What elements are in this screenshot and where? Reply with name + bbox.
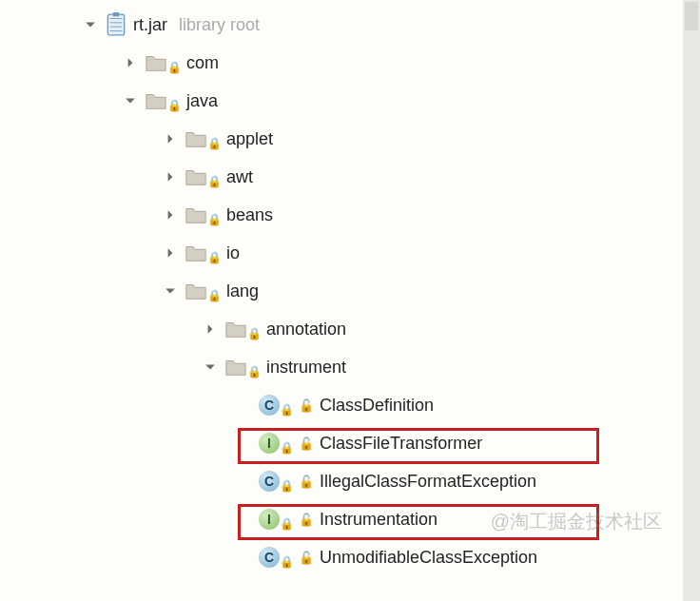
chevron-down-icon[interactable] bbox=[82, 16, 99, 33]
folder-icon bbox=[185, 204, 207, 226]
chevron-right-icon[interactable] bbox=[162, 244, 179, 262]
folder-icon bbox=[185, 165, 207, 188]
chevron-down-icon[interactable] bbox=[202, 359, 219, 376]
tree-label: annotation bbox=[266, 320, 346, 339]
lock-icon: 🔒 bbox=[280, 555, 293, 569]
tree-label: ClassDefinition bbox=[320, 396, 434, 416]
tree-label: beans bbox=[226, 205, 273, 225]
tree-label: instrument bbox=[266, 358, 346, 378]
folder-icon bbox=[145, 51, 167, 74]
tree-label: java bbox=[186, 91, 218, 111]
public-icon: 🔓 bbox=[299, 474, 314, 489]
tree-label: IllegalClassFormatException bbox=[320, 472, 536, 492]
class-icon: C bbox=[259, 547, 280, 568]
tree-label-suffix: library root bbox=[179, 15, 260, 35]
lock-icon: 🔒 bbox=[207, 175, 221, 188]
project-tree[interactable]: rt.jar library root 🔒 com 🔒 java bbox=[0, 0, 700, 576]
lock-icon: 🔒 bbox=[280, 441, 293, 455]
lock-icon: 🔒 bbox=[207, 213, 221, 226]
tree-label: UnmodifiableClassException bbox=[320, 548, 537, 568]
folder-icon bbox=[185, 242, 207, 264]
tree-label: Instrumentation bbox=[320, 510, 438, 530]
tree-label: awt bbox=[226, 167, 253, 187]
public-icon: 🔓 bbox=[299, 436, 314, 451]
scroll-thumb[interactable] bbox=[685, 2, 698, 30]
lock-icon: 🔒 bbox=[207, 289, 221, 302]
public-icon: 🔓 bbox=[299, 397, 314, 413]
tree-row-unmodifiableclassexception[interactable]: C 🔒 🔓 UnmodifiableClassException bbox=[10, 538, 700, 576]
svg-rect-1 bbox=[113, 12, 120, 16]
tree-label: applet bbox=[226, 129, 273, 149]
tree-label: rt.jar bbox=[133, 15, 167, 35]
tree-row-com[interactable]: 🔒 com bbox=[10, 44, 700, 82]
svg-rect-0 bbox=[107, 14, 124, 35]
tree-row-beans[interactable]: 🔒 beans bbox=[10, 196, 700, 234]
tree-row-instrument[interactable]: 🔒 instrument bbox=[10, 348, 700, 386]
folder-icon bbox=[145, 89, 167, 112]
folder-icon bbox=[224, 356, 247, 378]
tree-row-java[interactable]: 🔒 java bbox=[10, 82, 700, 120]
interface-icon: I bbox=[259, 509, 280, 530]
tree-row-lang[interactable]: 🔒 lang bbox=[10, 272, 700, 310]
lock-icon: 🔒 bbox=[167, 61, 181, 74]
lock-icon: 🔒 bbox=[247, 327, 261, 340]
lock-icon: 🔒 bbox=[280, 403, 293, 417]
chevron-down-icon[interactable] bbox=[122, 92, 139, 109]
tree-row-io[interactable]: 🔒 io bbox=[10, 234, 700, 272]
chevron-right-icon[interactable] bbox=[202, 320, 219, 338]
chevron-right-icon[interactable] bbox=[162, 130, 179, 147]
class-icon: C bbox=[259, 471, 280, 492]
tree-row-instrumentation[interactable]: I 🔒 🔓 Instrumentation bbox=[10, 500, 700, 538]
folder-icon bbox=[185, 280, 207, 302]
lock-icon: 🔒 bbox=[247, 365, 261, 378]
tree-row-annotation[interactable]: 🔒 annotation bbox=[10, 310, 700, 348]
tree-row-classfiletransformer[interactable]: I 🔒 🔓 ClassFileTransformer bbox=[10, 424, 700, 462]
public-icon: 🔓 bbox=[299, 512, 314, 527]
interface-icon: I bbox=[259, 433, 280, 454]
tree-label: lang bbox=[226, 281, 259, 301]
tree-row-applet[interactable]: 🔒 applet bbox=[10, 120, 700, 158]
tree-label: com bbox=[186, 53, 219, 73]
scrollbar[interactable] bbox=[683, 0, 700, 601]
lock-icon: 🔒 bbox=[280, 479, 293, 493]
public-icon: 🔓 bbox=[299, 550, 314, 565]
folder-icon bbox=[185, 127, 207, 150]
class-icon: C bbox=[259, 395, 280, 416]
chevron-right-icon[interactable] bbox=[122, 54, 139, 71]
jar-icon bbox=[105, 13, 127, 36]
tree-label: io bbox=[226, 243, 240, 263]
lock-icon: 🔒 bbox=[167, 99, 181, 112]
chevron-down-icon[interactable] bbox=[162, 282, 179, 300]
tree-row-rtjar[interactable]: rt.jar library root bbox=[10, 6, 700, 44]
lock-icon: 🔒 bbox=[207, 251, 221, 264]
tree-row-awt[interactable]: 🔒 awt bbox=[10, 158, 700, 196]
lock-icon: 🔒 bbox=[280, 517, 293, 531]
tree-row-classdefinition[interactable]: C 🔒 🔓 ClassDefinition bbox=[10, 386, 700, 424]
folder-icon bbox=[224, 318, 247, 340]
lock-icon: 🔒 bbox=[207, 137, 221, 150]
tree-row-illegalclassformatexception[interactable]: C 🔒 🔓 IllegalClassFormatException bbox=[10, 462, 700, 500]
tree-label: ClassFileTransformer bbox=[320, 434, 482, 454]
chevron-right-icon[interactable] bbox=[162, 168, 179, 185]
chevron-right-icon[interactable] bbox=[162, 206, 179, 223]
